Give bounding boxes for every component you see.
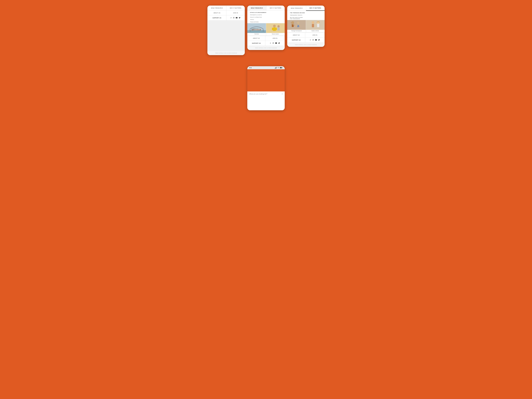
youtube-icon-2[interactable] <box>275 42 277 44</box>
twitter-icon[interactable] <box>239 17 240 19</box>
nav3-support-us[interactable]: Support Us <box>287 38 305 43</box>
nav3-why-it-matters[interactable]: WHY IT MATTERS <box>306 6 324 11</box>
nav-about-us[interactable]: ABOUT US <box>208 11 226 15</box>
svg-rect-35 <box>287 20 306 30</box>
svg-rect-10 <box>252 30 253 31</box>
phone2-dropdown: ETHICS OF ENGAGEMENT PATHWAYS & COSTS PO… <box>247 11 285 36</box>
phone-mockup-4: 9:41 <box>247 66 285 110</box>
search-bar[interactable]: What are you looking for? × <box>247 91 285 96</box>
nav3-why-research[interactable]: WH&Y RESEARCH <box>287 6 306 11</box>
twitter-icon-2[interactable] <box>278 42 280 44</box>
svg-rect-55 <box>275 68 276 69</box>
svg-rect-22 <box>260 29 261 30</box>
nav2-why-it-matters[interactable]: WHY IT MATTERS <box>266 6 285 11</box>
phone3-image-row: Teenage Development <box>287 20 325 32</box>
nav-why-research[interactable]: WH&Y RESEARCH <box>208 6 226 11</box>
spacer-right <box>287 61 325 110</box>
nav-support-us[interactable]: Support Us <box>208 15 226 20</box>
instagram-icon-3[interactable] <box>312 39 314 41</box>
nav-table-3-bottom: ABOUT US JOIN IN Support Us f <box>287 32 325 43</box>
dropdown-item-0[interactable]: PATHWAYS & COSTS <box>247 14 285 16</box>
svg-point-32 <box>273 43 274 43</box>
youtube-icon[interactable] <box>236 17 237 19</box>
svg-rect-60 <box>280 67 282 68</box>
dropdown3-item-1[interactable]: BETTER HEALTHCAREFOR TEENAGERS <box>287 16 325 20</box>
battery-icon <box>280 67 283 69</box>
svg-rect-27 <box>275 28 277 30</box>
nav2-support-us[interactable]: Support Us <box>247 41 265 46</box>
phone1-footer: ©WH&Y AUSTRALIA, 2019. ALL RIGHTS RESERV… <box>207 51 245 55</box>
svg-rect-25 <box>273 27 276 31</box>
nav-table-2-top: WH&Y RESEARCH WHY IT MATTERS <box>247 6 285 11</box>
phone2-footer: ©WH&Y AUSTRALIA, 2019. ALL RIGHTS RESERV… <box>247 46 285 50</box>
nav3-about-us[interactable]: ABOUT US <box>287 33 305 38</box>
dropdown3-item-0[interactable]: TEENAGERS' RIGHTS <box>287 14 325 16</box>
status-time: 9:41 <box>249 67 252 69</box>
svg-rect-49 <box>313 39 314 40</box>
svg-point-1 <box>234 18 234 18</box>
svg-rect-16 <box>256 29 257 31</box>
spacer-left <box>207 61 245 110</box>
facebook-icon[interactable]: f <box>231 17 232 19</box>
phone3-footer: ©WH&Y AUSTRALIA, 2019. ALL RIGHTS RESERV… <box>287 43 325 47</box>
search-placeholder-text[interactable]: What are you looking for? <box>249 93 267 95</box>
svg-rect-56 <box>276 67 276 69</box>
search-close-button[interactable]: × <box>282 93 283 95</box>
nav2-about-us[interactable]: ABOUT US <box>247 36 265 41</box>
twitter-icon-3[interactable] <box>318 39 320 41</box>
nav-social-icons: f <box>226 15 245 20</box>
svg-rect-30 <box>273 43 274 44</box>
svg-rect-18 <box>257 29 258 30</box>
svg-point-19 <box>259 29 260 29</box>
svg-rect-29 <box>277 27 279 31</box>
phone3-image-1[interactable]: Teenage Development <box>287 20 306 32</box>
phone2-image-1[interactable]: Overview <box>247 23 266 36</box>
svg-point-50 <box>313 40 313 40</box>
svg-point-28 <box>277 25 279 27</box>
phone2-image-row: Overview <box>247 23 285 36</box>
nav2-join-in[interactable]: JOIN IN <box>265 36 285 41</box>
nav-join-in[interactable]: JOIN IN <box>226 11 245 15</box>
phones-row-2: 9:41 <box>3 61 529 116</box>
signal-icon <box>275 67 277 69</box>
dropdown-item-2[interactable]: TOOLS <box>247 19 285 21</box>
youtube-icon-3[interactable] <box>315 39 317 41</box>
dropdown-item-3[interactable]: PUBLICATIONS <box>247 21 285 23</box>
phone1-body <box>207 20 245 51</box>
phone2-image-2[interactable]: Stream leaders <box>266 23 285 36</box>
svg-point-45 <box>311 21 314 24</box>
svg-point-17 <box>257 28 258 29</box>
nav2-social-icons: f <box>265 41 285 46</box>
svg-rect-59 <box>282 68 283 68</box>
phone2-image-2-label: Stream leaders <box>266 33 285 36</box>
phone-mockup-1: WH&Y RESEARCH WHY IT MATTERS ABOUT US JO… <box>207 6 245 55</box>
nav3-social-icons: f <box>305 38 325 43</box>
svg-rect-0 <box>233 17 234 18</box>
instagram-icon-2[interactable] <box>272 42 274 44</box>
phone3-image-1-label: Teenage Development <box>287 30 306 32</box>
phones-row-1: WH&Y RESEARCH WHY IT MATTERS ABOUT US JO… <box>3 3 529 61</box>
phone-mockup-3: WH&Y RESEARCH WHY IT MATTERS THE TEENAGE… <box>287 6 325 47</box>
instagram-icon[interactable] <box>233 17 234 19</box>
dropdown3-header: THE TEENAGE DECADE <box>287 11 325 14</box>
svg-point-31 <box>273 43 273 43</box>
svg-point-11 <box>253 29 254 29</box>
svg-rect-48 <box>317 24 319 27</box>
facebook-icon-2[interactable]: f <box>270 42 271 44</box>
nav-why-it-matters[interactable]: WHY IT MATTERS <box>226 6 245 11</box>
status-icons <box>275 67 283 69</box>
svg-rect-12 <box>253 29 254 31</box>
search-results <box>247 96 285 110</box>
facebook-icon-3[interactable]: f <box>310 39 311 41</box>
nav-table-1: WH&Y RESEARCH WHY IT MATTERS ABOUT US JO… <box>207 6 245 20</box>
svg-point-24 <box>273 25 276 27</box>
svg-rect-26 <box>272 28 273 30</box>
dropdown-item-1[interactable]: POLICY & PRACTICE <box>247 16 285 19</box>
nav2-why-research[interactable]: WH&Y RESEARCH <box>247 6 266 11</box>
svg-point-15 <box>256 29 257 29</box>
dropdown-header: ETHICS OF ENGAGEMENT <box>247 11 285 14</box>
svg-point-9 <box>252 29 253 30</box>
phone3-image-2[interactable]: Bodies & Minds <box>306 20 325 32</box>
svg-point-51 <box>313 39 314 40</box>
nav3-join-in[interactable]: JOIN IN <box>305 33 325 38</box>
